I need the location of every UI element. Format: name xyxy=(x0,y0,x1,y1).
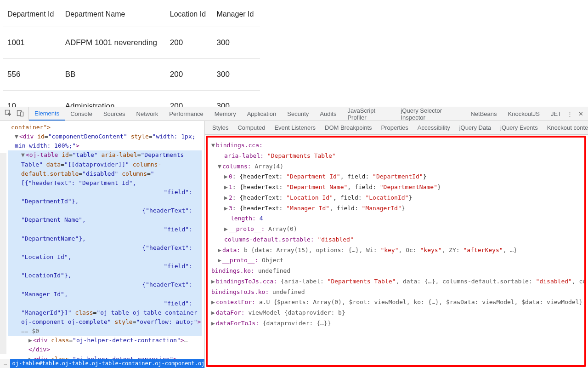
elements-panel[interactable]: container"> ▼<div id="componentDemoConte… xyxy=(0,121,205,368)
cell[interactable]: ADFPM 1001 neverending xyxy=(61,27,165,59)
side-tab-properties[interactable]: Properties xyxy=(377,121,413,134)
svg-rect-2 xyxy=(21,112,23,116)
side-panel: Styles Computed Event Listeners DOM Brea… xyxy=(205,121,588,368)
table-row[interactable]: 10 Administration 200 300 xyxy=(3,91,260,107)
cell[interactable]: 300 xyxy=(212,59,260,91)
dom-line[interactable]: "DepartmentId"}, xyxy=(8,197,202,206)
dom-line[interactable]: "field": xyxy=(8,188,202,197)
col-dept-name[interactable]: Department Name xyxy=(61,0,165,27)
table-row[interactable]: 1001 ADFPM 1001 neverending 200 300 xyxy=(3,27,260,59)
devtools: Elements Console Sources Network Perform… xyxy=(0,107,588,368)
inspect-icon[interactable] xyxy=(5,109,12,118)
dom-line[interactable]: "ManagerId"}]" class="oj-table oj-table-… xyxy=(8,308,202,336)
tab-js-profiler[interactable]: JavaScript Profiler xyxy=(342,107,395,121)
tab-performance[interactable]: Performance xyxy=(164,107,209,121)
cell[interactable]: 200 xyxy=(165,27,212,59)
table-header-row: Department Id Department Name Location I… xyxy=(3,0,260,27)
dom-line[interactable]: ▶<div class="oj-helper-detect-contractio… xyxy=(8,336,202,354)
cell[interactable]: 300 xyxy=(212,91,260,107)
dom-line[interactable]: "Location Id", xyxy=(8,253,202,262)
tab-console[interactable]: Console xyxy=(65,107,98,121)
kebab-icon[interactable]: ⋮ xyxy=(567,110,573,117)
devtools-tabs: Elements Console Sources Network Perform… xyxy=(29,107,567,121)
elements-breadcrumb[interactable]: … oj-table#table.oj-table.oj-table-conta… xyxy=(0,359,204,368)
dom-line[interactable]: "field": xyxy=(8,262,202,271)
dom-line[interactable]: "LocationId"}, xyxy=(8,271,202,280)
breadcrumb-ellipsis[interactable]: … xyxy=(4,359,7,368)
side-tab-jquery-data[interactable]: jQuery Data xyxy=(455,121,496,134)
side-tab-dom-breakpoints[interactable]: DOM Breakpoints xyxy=(320,121,377,134)
side-tab-knockout-context[interactable]: Knockout context xyxy=(543,121,588,134)
tab-memory[interactable]: Memory xyxy=(209,107,242,121)
departments-table[interactable]: Department Id Department Name Location I… xyxy=(3,0,260,107)
dom-line[interactable]: "Manager Id", xyxy=(8,290,202,299)
cell[interactable]: 200 xyxy=(165,91,212,107)
dom-line[interactable]: ▼<div id="componentDemoContent" style="w… xyxy=(8,132,202,150)
col-dept-id[interactable]: Department Id xyxy=(3,0,61,27)
dom-line-selected[interactable]: ▼<oj-table id="table" aria-label="Depart… xyxy=(8,150,202,188)
cell[interactable]: 556 xyxy=(3,59,61,91)
cell[interactable]: 10 xyxy=(3,91,61,107)
dom-line[interactable]: "field": xyxy=(8,299,202,308)
cell[interactable]: Administration xyxy=(61,91,165,107)
tab-application[interactable]: Application xyxy=(242,107,282,121)
side-tab-event-listeners[interactable]: Event Listeners xyxy=(270,121,320,134)
breadcrumb-selected[interactable]: oj-table#table.oj-table.oj-table-contain… xyxy=(10,359,204,368)
dom-line[interactable]: {"headerText": xyxy=(8,280,202,289)
dom-line[interactable]: {"headerText": xyxy=(8,206,202,215)
dom-line[interactable]: "field": xyxy=(8,225,202,234)
close-icon[interactable]: ✕ xyxy=(578,110,583,117)
dom-line[interactable]: "DepartmentName"}, xyxy=(8,234,202,243)
col-loc-id[interactable]: Location Id xyxy=(165,0,212,27)
dom-line[interactable]: container"> xyxy=(11,124,51,131)
app-content: Department Id Department Name Location I… xyxy=(0,0,588,107)
tab-network[interactable]: Network xyxy=(131,107,164,121)
tab-jquery-inspector[interactable]: jQuery Selector Inspector xyxy=(395,107,465,121)
tab-sources[interactable]: Sources xyxy=(98,107,131,121)
table-row[interactable]: 556 BB 200 300 xyxy=(3,59,260,91)
cell[interactable]: 200 xyxy=(165,59,212,91)
side-panel-tabs: Styles Computed Event Listeners DOM Brea… xyxy=(205,121,588,135)
side-tab-accessibility[interactable]: Accessibility xyxy=(413,121,455,134)
tab-security[interactable]: Security xyxy=(282,107,314,121)
side-tab-styles[interactable]: Styles xyxy=(208,121,233,134)
jet-panel[interactable]: ▼bindings.cca: aria-label: "Departments … xyxy=(206,136,586,367)
dom-line[interactable]: "Department Name", xyxy=(8,215,202,224)
tab-audits[interactable]: Audits xyxy=(314,107,342,121)
tab-knockoutjs[interactable]: KnockoutJS xyxy=(503,107,545,121)
cell[interactable]: 300 xyxy=(212,27,260,59)
cell[interactable]: 1001 xyxy=(3,27,61,59)
tab-netbeans[interactable]: NetBeans xyxy=(465,107,502,121)
tab-jet[interactable]: JET xyxy=(545,107,567,121)
col-mgr-id[interactable]: Manager Id xyxy=(212,0,260,27)
side-tab-computed[interactable]: Computed xyxy=(233,121,270,134)
dom-line[interactable]: {"headerText": xyxy=(8,243,202,253)
side-tab-jquery-events[interactable]: jQuery Events xyxy=(496,121,543,134)
devtools-toolbar: Elements Console Sources Network Perform… xyxy=(0,107,588,121)
tab-elements[interactable]: Elements xyxy=(29,107,65,121)
cell[interactable]: BB xyxy=(61,59,165,91)
device-icon[interactable] xyxy=(17,109,24,118)
